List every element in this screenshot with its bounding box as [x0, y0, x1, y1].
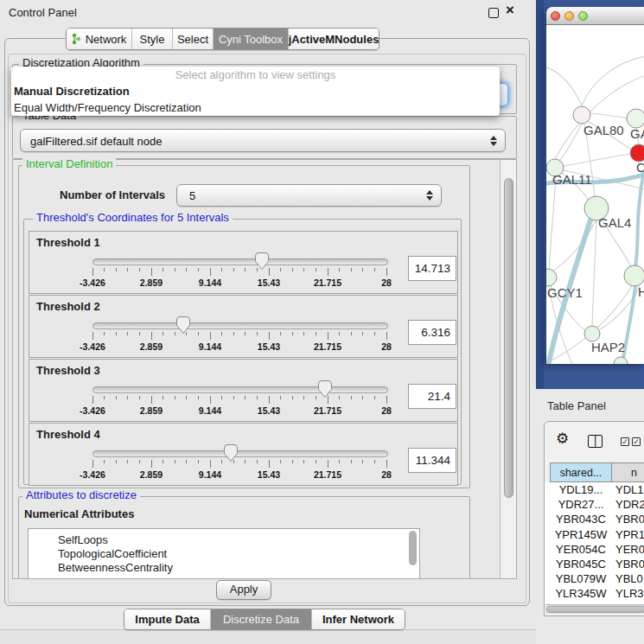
- number-of-intervals-combo[interactable]: 5: [176, 184, 442, 207]
- column-header-name[interactable]: n: [611, 462, 644, 482]
- network-node[interactable]: [546, 269, 557, 286]
- table-cell-name[interactable]: YDL1: [615, 483, 644, 496]
- minimize-traffic-light-icon[interactable]: [564, 11, 574, 21]
- network-edge: [582, 56, 644, 105]
- threshold-1-slider[interactable]: -3.4262.8599.14415.4321.71528: [92, 232, 386, 293]
- threshold-4-slider[interactable]: -3.4262.8599.14415.4321.71528: [92, 424, 386, 485]
- threshold-3-value-field[interactable]: 21.4: [408, 384, 456, 409]
- tab-impute-data[interactable]: Impute Data: [124, 609, 211, 629]
- slider-minor-tick: [175, 396, 175, 399]
- column-header-shared[interactable]: shared...: [550, 462, 612, 482]
- table-cell-name[interactable]: YBR0: [615, 513, 644, 526]
- tab-jactivemnodules[interactable]: jActiveMNodules: [289, 29, 379, 49]
- popup-option-manual-discretization[interactable]: Manual Discretization: [11, 83, 500, 99]
- attribute-list-item[interactable]: TopologicalCoefficient: [58, 547, 167, 561]
- table-cell-name[interactable]: YER0: [615, 543, 644, 556]
- network-view-region: GAL80GACGAL11GAL4GCY1HHAP2: [536, 0, 644, 389]
- slider-major-tick: [151, 460, 152, 468]
- slider-minor-tick: [245, 332, 245, 335]
- threshold-2-slider[interactable]: -3.4262.8599.14415.4321.71528: [92, 296, 386, 357]
- network-canvas[interactable]: GAL80GACGAL11GAL4GCY1HHAP2: [546, 25, 644, 364]
- network-edge: [546, 67, 582, 105]
- tab-discretize-data[interactable]: Discretize Data: [211, 609, 312, 629]
- slider-minor-tick: [303, 332, 304, 335]
- table-cell-shared-name[interactable]: YBL079W: [550, 572, 612, 585]
- table-cell-shared-name[interactable]: YBR045C: [550, 558, 612, 571]
- table-row[interactable]: YDL19...YDL1: [545, 483, 644, 498]
- zoom-traffic-light-icon[interactable]: [578, 11, 588, 21]
- network-node[interactable]: [627, 109, 644, 128]
- slider-minor-tick: [362, 332, 363, 335]
- slider-minor-tick: [339, 396, 340, 399]
- threshold-4-value-field[interactable]: 11.344: [408, 448, 456, 473]
- table-data-combo[interactable]: galFiltered.sif default node: [20, 129, 506, 152]
- table-cell-shared-name[interactable]: YDL19...: [550, 483, 612, 496]
- checkbox-icon[interactable]: ✓: [621, 437, 629, 446]
- attributes-to-discretize-title: Attributes to discretize: [22, 489, 140, 501]
- network-node-label: C: [636, 160, 644, 175]
- threshold-1-value-field[interactable]: 14.713: [408, 256, 456, 281]
- network-node[interactable]: [630, 144, 644, 162]
- gear-icon[interactable]: ⚙: [556, 431, 569, 447]
- attribute-list-item[interactable]: SelfLoops: [58, 533, 108, 547]
- table-cell-name[interactable]: YPR1: [615, 528, 644, 541]
- slider-major-tick: [92, 332, 93, 340]
- table-row[interactable]: YBR045CYBR0: [545, 558, 644, 572]
- threshold-3-slider[interactable]: -3.4262.8599.14415.4321.71528: [92, 360, 386, 421]
- slider-handle[interactable]: [175, 316, 191, 335]
- slider-handle[interactable]: [254, 252, 270, 271]
- network-node[interactable]: [573, 106, 590, 124]
- slider-minor-tick: [233, 268, 234, 271]
- apply-button[interactable]: Apply: [216, 580, 271, 600]
- tab-network[interactable]: Network: [67, 29, 132, 49]
- slider-minor-tick: [257, 460, 258, 463]
- close-icon[interactable]: ×: [506, 2, 514, 19]
- tab-select[interactable]: Select: [173, 29, 214, 49]
- slider-track[interactable]: [92, 386, 388, 393]
- slider-track[interactable]: [92, 322, 388, 329]
- slider-major-tick: [151, 268, 152, 276]
- tab-infer-network[interactable]: Infer Network: [312, 609, 405, 629]
- popup-option-equal-width-frequency[interactable]: Equal Width/Frequency Discretization: [11, 99, 500, 116]
- table-row[interactable]: YBR043CYBR0: [545, 513, 644, 527]
- slider-handle[interactable]: [317, 379, 333, 399]
- slider-track[interactable]: [92, 450, 388, 457]
- numerical-attributes-list[interactable]: SelfLoopsTopologicalCoefficientBetweenne…: [28, 528, 420, 579]
- slider-handle[interactable]: [223, 443, 239, 462]
- table-cell-name[interactable]: YDR2: [615, 498, 644, 511]
- network-window-titlebar[interactable]: [546, 7, 644, 25]
- split-columns-icon[interactable]: [588, 435, 603, 448]
- table-cell-shared-name[interactable]: YLR345W: [550, 587, 612, 600]
- float-window-icon[interactable]: [488, 8, 499, 18]
- tab-select-label: Select: [177, 33, 208, 46]
- table-cell-name[interactable]: YLR3: [615, 587, 644, 600]
- table-cell-name[interactable]: YBR0: [615, 558, 644, 571]
- network-node[interactable]: [614, 357, 628, 364]
- attribute-list-item[interactable]: BetweennessCentrality: [58, 561, 173, 575]
- table-row[interactable]: YER054CYER0: [545, 543, 644, 558]
- table-cell-shared-name[interactable]: YBR043C: [550, 513, 612, 526]
- table-cell-shared-name[interactable]: YER054C: [550, 543, 612, 556]
- table-cell-name[interactable]: YBL0: [615, 572, 643, 585]
- tab-cyni-toolbox[interactable]: Cyni Toolbox: [214, 29, 289, 49]
- threshold-2-value-field[interactable]: 6.316: [408, 320, 456, 345]
- checkbox-icon[interactable]: ✓: [632, 437, 641, 446]
- slider-minor-tick: [374, 460, 375, 463]
- tab-style[interactable]: Style: [132, 29, 173, 49]
- close-traffic-light-icon[interactable]: [551, 11, 560, 21]
- table-cell-shared-name[interactable]: YPR145W: [550, 528, 612, 541]
- slider-track[interactable]: [92, 258, 388, 265]
- table-row[interactable]: YPR145WYPR1: [545, 528, 644, 543]
- popup-placeholder-item[interactable]: Select algorithm to view settings: [11, 67, 500, 83]
- table-row[interactable]: YBL079WYBL0: [545, 572, 644, 587]
- network-node[interactable]: [624, 265, 644, 286]
- table-cell-shared-name[interactable]: YDR27...: [550, 498, 612, 511]
- table-hscrollbar-thumb[interactable]: [546, 606, 644, 613]
- slider-minor-tick: [163, 268, 163, 271]
- table-hscrollbar-track[interactable]: [545, 604, 644, 614]
- table-row[interactable]: YDR27...YDR2: [545, 498, 644, 513]
- table-row[interactable]: YLR345WYLR3: [545, 587, 644, 602]
- list-scrollbar-thumb[interactable]: [409, 531, 417, 565]
- threshold-2-label: Threshold 2: [36, 300, 100, 313]
- settings-scrollbar-thumb[interactable]: [504, 178, 513, 498]
